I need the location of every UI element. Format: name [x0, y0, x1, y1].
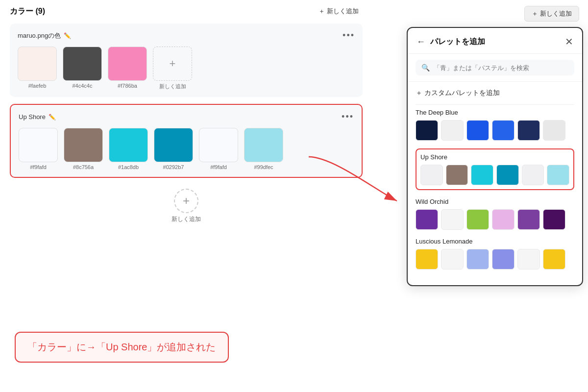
- wildorchid-palette-row: [416, 209, 574, 230]
- swatch-item: #4c4c4c: [63, 47, 102, 90]
- palette-swatch[interactable]: [517, 120, 540, 141]
- palette-swatch[interactable]: [543, 120, 565, 141]
- swatch-item: #f9fafd: [19, 128, 58, 170]
- add-swatch-label: 新しく追加: [159, 83, 186, 90]
- swatch-item: #f9fafd: [199, 128, 238, 170]
- swatch-item: #8c756a: [64, 128, 103, 170]
- palette-swatch[interactable]: [441, 120, 464, 141]
- annotation-text: 「カラー」に→「Up Shore」が追加された: [27, 342, 216, 352]
- upshore-swatches: #f9fafd #8c756a #1ac8db #0292b7 #f9fafd …: [19, 128, 354, 170]
- upshore-card-header: Up Shore ✏️ •••: [19, 112, 354, 122]
- modal-close-button[interactable]: ✕: [565, 36, 573, 48]
- modal-header-left: ← パレットを追加: [416, 37, 485, 47]
- add-color-button[interactable]: +: [153, 47, 192, 81]
- palette-swatch[interactable]: [492, 120, 514, 141]
- upshore-modal-group-title: Up Shore: [420, 153, 569, 161]
- add-new-top-button[interactable]: ＋ 新しく追加: [315, 5, 363, 18]
- deepblue-palette-group: The Deep Blue: [416, 109, 574, 141]
- maruo-edit-icon[interactable]: ✏️: [64, 32, 71, 39]
- swatch-color[interactable]: [199, 128, 238, 162]
- swatch-label: #99dfec: [254, 164, 273, 170]
- swatch-label: #f9fafd: [210, 164, 227, 170]
- deepblue-palette-row: [416, 120, 574, 141]
- palette-swatch[interactable]: [492, 249, 514, 270]
- swatch-label: #4c4c4c: [73, 83, 93, 89]
- upshore-edit-icon[interactable]: ✏️: [49, 114, 56, 121]
- palette-swatch[interactable]: [543, 249, 565, 270]
- upshore-card-title: Up Shore ✏️: [19, 113, 56, 121]
- palette-swatch[interactable]: [420, 165, 443, 185]
- maruo-swatches: #faefeb #4c4c4c #f786ba + 新しく追加: [18, 47, 355, 90]
- palette-swatch[interactable]: [492, 209, 514, 230]
- swatch-label: #1ac8db: [118, 164, 139, 170]
- palette-swatch[interactable]: [517, 209, 540, 230]
- wildorchid-palette-group: Wild Orchid: [416, 198, 574, 230]
- upshore-more-icon[interactable]: •••: [342, 112, 354, 122]
- add-palette-label: 新しく追加: [172, 215, 201, 223]
- palette-swatch[interactable]: [446, 165, 468, 185]
- palette-swatch[interactable]: [522, 165, 544, 185]
- modal-body: ＋ カスタムパレットを追加 The Deep Blue Up Shore: [408, 82, 582, 285]
- swatch-item: #0292b7: [154, 128, 193, 170]
- wildorchid-group-title: Wild Orchid: [416, 198, 574, 205]
- add-swatch-item[interactable]: + 新しく追加: [153, 47, 192, 90]
- upshore-modal-palette-row: [420, 165, 569, 185]
- maruo-more-icon[interactable]: •••: [343, 30, 355, 41]
- swatch-color[interactable]: [154, 128, 193, 162]
- color-section-header: カラー (9) ＋ 新しく追加: [10, 5, 363, 18]
- maruo-card-header: maruo.pngの色 ✏️ •••: [18, 30, 355, 41]
- modal-top-add-button[interactable]: ＋ 新しく追加: [524, 6, 579, 22]
- palette-swatch[interactable]: [416, 209, 438, 230]
- swatch-color[interactable]: [64, 128, 103, 162]
- upshore-modal-palette-group: Up Shore: [416, 148, 574, 190]
- swatch-color[interactable]: [63, 47, 102, 81]
- modal-search-section: 🔍: [408, 54, 582, 82]
- palette-swatch[interactable]: [441, 249, 464, 270]
- maruo-palette-card: maruo.pngの色 ✏️ ••• #faefeb #4c4c4c #f786…: [10, 24, 363, 97]
- swatch-label: #faefeb: [28, 83, 47, 89]
- swatch-item: #f786ba: [108, 47, 147, 90]
- modal-back-button[interactable]: ←: [416, 37, 425, 47]
- swatch-color[interactable]: [18, 47, 57, 81]
- search-input-wrapper: 🔍: [416, 60, 574, 75]
- swatch-label: #f9fafd: [30, 164, 47, 170]
- custom-palette-button[interactable]: ＋ カスタムパレットを追加: [416, 82, 574, 105]
- add-palette-button[interactable]: + 新しく追加: [10, 185, 363, 227]
- palette-swatch[interactable]: [466, 209, 489, 230]
- palette-swatch[interactable]: [496, 165, 519, 185]
- palette-swatch[interactable]: [471, 165, 493, 185]
- palette-swatch[interactable]: [517, 249, 540, 270]
- deepblue-group-title: The Deep Blue: [416, 109, 574, 116]
- swatch-item: #1ac8db: [109, 128, 148, 170]
- modal-header: ← パレットを追加 ✕: [408, 28, 582, 54]
- lemonade-palette-row: [416, 249, 574, 270]
- search-input[interactable]: [434, 64, 568, 72]
- left-panel: カラー (9) ＋ 新しく追加 maruo.pngの色 ✏️ ••• #faef…: [10, 5, 363, 227]
- swatch-color[interactable]: [108, 47, 147, 81]
- swatch-item: #faefeb: [18, 47, 57, 90]
- annotation-box: 「カラー」に→「Up Shore」が追加された: [15, 332, 229, 363]
- swatch-color[interactable]: [109, 128, 148, 162]
- palette-swatch[interactable]: [547, 165, 569, 185]
- lemonade-palette-group: Luscious Lemonade: [416, 238, 574, 270]
- palette-swatch[interactable]: [416, 249, 438, 270]
- swatch-item: #99dfec: [244, 128, 283, 170]
- add-palette-modal: ← パレットを追加 ✕ 🔍 ＋ カスタムパレットを追加 The Deep Blu…: [407, 27, 583, 286]
- swatch-label: #f786ba: [118, 83, 137, 89]
- color-section-title: カラー (9): [10, 6, 45, 17]
- swatch-color[interactable]: [19, 128, 58, 162]
- swatch-label: #0292b7: [163, 164, 184, 170]
- maruo-card-title: maruo.pngの色 ✏️: [18, 31, 71, 40]
- palette-swatch[interactable]: [543, 209, 565, 230]
- search-icon: 🔍: [421, 64, 430, 72]
- palette-swatch[interactable]: [466, 249, 489, 270]
- lemonade-group-title: Luscious Lemonade: [416, 238, 574, 245]
- palette-swatch[interactable]: [466, 120, 489, 141]
- palette-swatch[interactable]: [441, 209, 464, 230]
- swatch-label: #8c756a: [73, 164, 94, 170]
- modal-title: パレットを追加: [430, 37, 485, 47]
- upshore-palette-card: Up Shore ✏️ ••• #f9fafd #8c756a #1ac8db …: [10, 104, 363, 178]
- palette-swatch[interactable]: [416, 120, 438, 141]
- add-circle-icon: +: [174, 189, 198, 213]
- swatch-color[interactable]: [244, 128, 283, 162]
